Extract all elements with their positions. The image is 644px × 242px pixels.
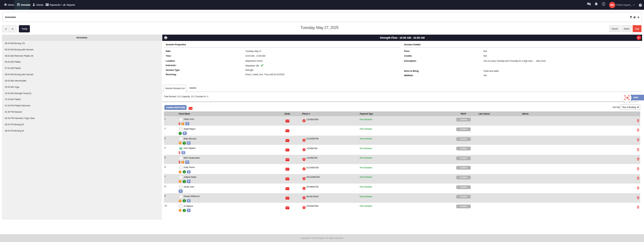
svg-text:?: ? — [640, 4, 641, 6]
